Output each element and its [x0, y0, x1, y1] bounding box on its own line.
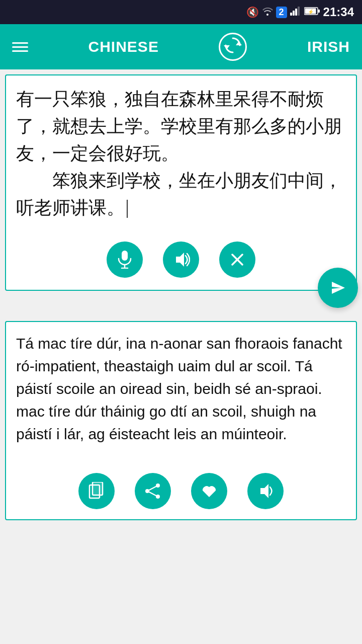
svg-rect-10 [122, 251, 128, 261]
svg-rect-3 [298, 7, 300, 16]
status-bar: 🔇 2 ⚡ [0, 0, 362, 24]
hamburger-icon [12, 46, 28, 48]
mute-icon: 🔇 [246, 6, 259, 18]
svg-text:⚡: ⚡ [308, 9, 314, 15]
header: CHINESE IRISH [0, 24, 362, 69]
mic-button[interactable] [107, 242, 143, 278]
status-icons: 🔇 2 ⚡ [246, 5, 354, 19]
translation-action-row [6, 463, 356, 519]
svg-marker-13 [176, 253, 184, 267]
svg-rect-6 [318, 10, 320, 13]
menu-button[interactable] [12, 42, 28, 52]
hamburger-icon [12, 50, 28, 52]
badge-icon: 2 [276, 7, 287, 18]
source-language: CHINESE [88, 38, 159, 55]
signal-icon [290, 7, 301, 18]
svg-marker-8 [236, 41, 242, 45]
speaker-button[interactable] [163, 242, 199, 278]
target-language: IRISH [307, 38, 350, 55]
text-cursor [127, 200, 128, 218]
hamburger-icon [12, 42, 28, 44]
favorite-button[interactable] [191, 473, 227, 509]
source-text-panel: 有一只笨狼，独自在森林里呆得不耐烦了，就想去上学。学校里有那么多的小朋友，一定会… [5, 74, 357, 291]
svg-marker-16 [332, 282, 345, 294]
svg-line-23 [147, 491, 158, 497]
svg-marker-24 [260, 484, 268, 498]
translation-panel: Tá mac tíre dúr, ina n-aonar san fhoraoi… [5, 321, 357, 520]
translated-text: Tá mac tíre dúr, ina n-aonar san fhoraoi… [6, 322, 356, 463]
source-action-row [6, 231, 356, 290]
svg-line-22 [147, 486, 158, 491]
clear-button[interactable] [219, 242, 255, 278]
clock: 21:34 [323, 5, 354, 19]
swap-icon [224, 36, 242, 58]
swap-languages-button[interactable] [219, 33, 247, 61]
tts-button[interactable] [247, 473, 284, 509]
wifi-icon [262, 7, 273, 18]
svg-rect-1 [293, 11, 295, 16]
translate-button[interactable] [318, 268, 358, 308]
svg-marker-9 [224, 45, 230, 49]
svg-rect-18 [93, 482, 103, 495]
share-button[interactable] [135, 473, 171, 509]
svg-rect-2 [295, 9, 297, 16]
source-text[interactable]: 有一只笨狼，独自在森林里呆得不耐烦了，就想去上学。学校里有那么多的小朋友，一定会… [6, 75, 356, 231]
svg-rect-0 [290, 13, 292, 16]
battery-icon: ⚡ [304, 7, 320, 18]
copy-button[interactable] [78, 473, 115, 509]
